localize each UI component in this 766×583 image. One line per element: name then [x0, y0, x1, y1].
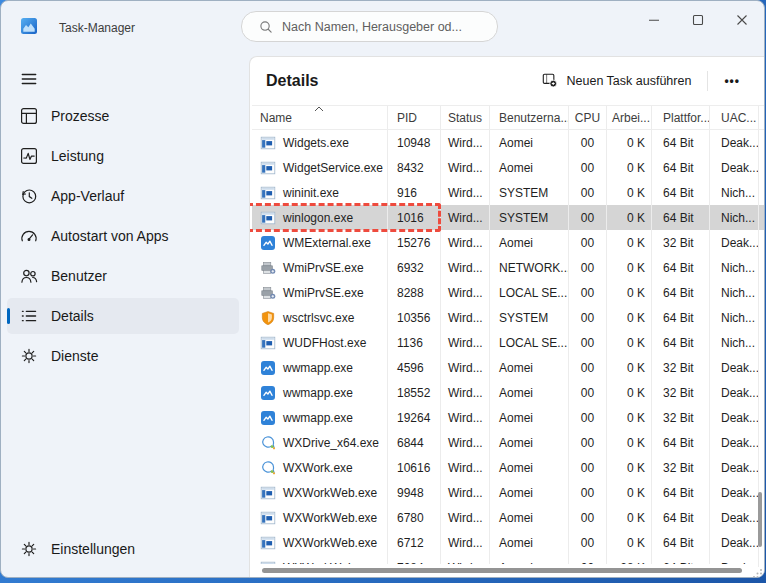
sidebar-item-prozesse[interactable]: Prozesse — [7, 98, 239, 134]
cell-status: Wird... — [441, 280, 490, 305]
sidebar-item-dienste[interactable]: Dienste — [7, 338, 239, 374]
cell-cpu: 00 — [569, 205, 607, 230]
cell-cpu: 00 — [569, 255, 607, 280]
table-row-wudfhost-exe[interactable]: WUDFHost.exe1136Wird...LOCAL SE...000 K6… — [252, 330, 764, 355]
cell-mem: 0 K — [607, 405, 652, 430]
cell-platform: 64 Bit — [652, 180, 710, 205]
column-header-platform[interactable]: Plattfor... — [652, 106, 710, 129]
process-name: WidgetService.exe — [283, 161, 383, 175]
horizontal-scrollbar-track[interactable] — [250, 564, 755, 577]
cell-status: Wird... — [441, 505, 490, 530]
process-name: Widgets.exe — [283, 136, 349, 150]
table-row-wwmapp-exe[interactable]: wwmapp.exe4596Wird...Aomei000 K32 BitDea… — [252, 355, 764, 380]
sidebar-item-app-verlauf[interactable]: App-Verlauf — [7, 178, 239, 214]
cell-platform: 64 Bit — [652, 205, 710, 230]
column-header-pid[interactable]: PID — [388, 106, 441, 129]
run-new-task-button[interactable]: Neuen Task ausführen — [531, 64, 702, 98]
shield-icon — [260, 310, 276, 326]
minimize-button[interactable] — [632, 1, 676, 39]
printer-icon — [260, 260, 276, 276]
table-row-wwmapp-exe[interactable]: wwmapp.exe18552Wird...Aomei000 K32 BitDe… — [252, 380, 764, 405]
cell-name: WUDFHost.exe — [252, 330, 388, 355]
app-window-icon — [260, 185, 276, 201]
wave-app-icon — [260, 360, 276, 376]
cell-uac: Deak... — [710, 405, 759, 430]
cell-platform: 32 Bit — [652, 380, 710, 405]
details-panel: Details Neuen Task ausführen ••• NamePID… — [249, 56, 764, 577]
table-row-widgets-exe[interactable]: Widgets.exe10948Wird...Aomei000 K64 BitD… — [252, 130, 764, 155]
app-window-icon — [260, 485, 276, 501]
sidebar-item-details[interactable]: Details — [7, 298, 239, 334]
maximize-button[interactable] — [676, 1, 720, 39]
table-row-wxwork-exe[interactable]: WXWork.exe10616Wird...Aomei000 K32 BitDe… — [252, 455, 764, 480]
cell-cpu: 00 — [569, 330, 607, 355]
cell-pid: 9948 — [388, 480, 441, 505]
cell-user: LOCAL SE... — [490, 330, 569, 355]
sidebar-item-leistung[interactable]: Leistung — [7, 138, 239, 174]
cell-uac: Deak... — [710, 430, 759, 455]
column-header-mem[interactable]: Arbei... — [607, 106, 652, 129]
vertical-scrollbar[interactable] — [758, 492, 762, 547]
app-window-icon — [260, 210, 276, 226]
table-row-wmexternal-exe[interactable]: WMExternal.exe15276Wird...Aomei000 K32 B… — [252, 230, 764, 255]
table-row-wwmapp-exe[interactable]: wwmapp.exe19264Wird...Aomei000 K32 BitDe… — [252, 405, 764, 430]
cell-status: Wird... — [441, 305, 490, 330]
column-header-status[interactable]: Status — [441, 106, 490, 129]
cell-user: Aomei — [490, 130, 569, 155]
sidebar-item-einstellungen[interactable]: Einstellungen — [7, 531, 239, 567]
cell-name: wwmapp.exe — [252, 355, 388, 380]
cell-name: WmiPrvSE.exe — [252, 280, 388, 305]
table-row-wxworkweb-exe[interactable]: WXWorkWeb.exe9948Wird...Aomei000 K64 Bit… — [252, 480, 764, 505]
table-row-wmiprvse-exe[interactable]: WmiPrvSE.exe8288Wird...LOCAL SE...000 K6… — [252, 280, 764, 305]
menu-button[interactable] — [11, 63, 47, 95]
cell-status: Wird... — [441, 330, 490, 355]
sidebar-item-autostart[interactable]: Autostart von Apps — [7, 218, 239, 254]
column-header-user[interactable]: Benutzerna... — [490, 106, 569, 129]
table-row-wsctrlsvc-exe[interactable]: wsctrlsvc.exe10356Wird...SYSTEM000 K64 B… — [252, 305, 764, 330]
column-header-name[interactable]: Name — [252, 106, 388, 129]
table-row-wxdrive-x64-exe[interactable]: WXDrive_x64.exe6844Wird...Aomei000 K64 B… — [252, 430, 764, 455]
column-header-label: UAC... — [721, 111, 756, 125]
horizontal-scrollbar-thumb[interactable] — [262, 568, 742, 573]
more-options-button[interactable]: ••• — [714, 68, 750, 94]
cell-uac: Nich... — [710, 305, 759, 330]
cell-user: Aomei — [490, 505, 569, 530]
cell-platform: 32 Bit — [652, 230, 710, 255]
page-title: Details — [266, 72, 318, 90]
table-row-wxworkweb-exe[interactable]: WXWorkWeb.exe6780Wird...Aomei000 K64 Bit… — [252, 505, 764, 530]
cell-platform: 64 Bit — [652, 155, 710, 180]
cell-user: Aomei — [490, 405, 569, 430]
search-icon — [258, 19, 274, 35]
printer-icon — [260, 285, 276, 301]
search-input[interactable] — [282, 13, 487, 40]
process-name: WmiPrvSE.exe — [283, 286, 364, 300]
cell-name: WXWorkWeb.exe — [252, 505, 388, 530]
process-name: wwmapp.exe — [283, 411, 353, 425]
cell-uac: Deak... — [710, 130, 759, 155]
cell-name: wwmapp.exe — [252, 405, 388, 430]
cell-cpu: 00 — [569, 355, 607, 380]
cell-pid: 6780 — [388, 505, 441, 530]
column-header-uac[interactable]: UAC... — [710, 106, 759, 129]
table-row-wininit-exe[interactable]: wininit.exe916Wird...SYSTEM000 K64 BitNi… — [252, 180, 764, 205]
cell-mem: 0 K — [607, 255, 652, 280]
cell-name: wwmapp.exe — [252, 380, 388, 405]
column-header-cpu[interactable]: CPU — [569, 106, 607, 129]
sidebar-item-benutzer[interactable]: Benutzer — [7, 258, 239, 294]
wave-app-icon — [260, 410, 276, 426]
cell-user: Aomei — [490, 230, 569, 255]
resize-grip-icon[interactable] — [752, 565, 763, 576]
users-icon — [19, 266, 39, 286]
cell-name: WmiPrvSE.exe — [252, 255, 388, 280]
table-row-wxworkweb-exe[interactable]: WXWorkWeb.exe6712Wird...Aomei000 K64 Bit… — [252, 530, 764, 555]
table-row-winlogon-exe[interactable]: winlogon.exe1016Wird...SYSTEM000 K64 Bit… — [252, 205, 764, 230]
cell-user: Aomei — [490, 155, 569, 180]
table-row-wmiprvse-exe[interactable]: WmiPrvSE.exe6932Wird...NETWORK...000 K64… — [252, 255, 764, 280]
cell-mem: 0 K — [607, 280, 652, 305]
close-button[interactable] — [720, 1, 764, 39]
table-row-widgetservice-exe[interactable]: WidgetService.exe8432Wird...Aomei000 K64… — [252, 155, 764, 180]
cell-uac: Deak... — [710, 380, 759, 405]
history-icon — [19, 186, 39, 206]
details-table: NamePIDStatusBenutzerna...CPUArbei...Pla… — [250, 105, 764, 577]
search-box[interactable] — [241, 11, 498, 42]
